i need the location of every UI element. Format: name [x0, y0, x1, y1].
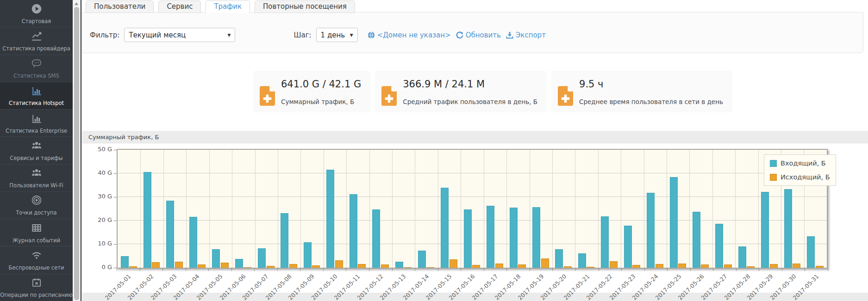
x-axis-tick — [644, 269, 645, 271]
filter-period-select[interactable]: Текущий месяц ▼ — [124, 28, 235, 42]
gridline — [209, 150, 210, 268]
step-select[interactable]: 1 день ▼ — [316, 28, 358, 42]
x-axis-tick — [300, 269, 300, 271]
chevron-down-icon: ▼ — [224, 33, 231, 37]
bar-incoming-2017-05-20 — [555, 249, 563, 268]
vertical-scrollbar[interactable] — [73, 0, 81, 301]
bar-incoming-2017-05-02 — [144, 172, 151, 268]
filter-period-value: Текущий месяц — [129, 31, 186, 39]
x-axis-tick — [162, 269, 163, 271]
sidebar-item-enterprise-stats[interactable]: Статистика Enterprise — [0, 109, 73, 136]
calendar-x-icon — [30, 276, 44, 289]
gridline — [278, 150, 278, 268]
sidebar-item-wifi-users[interactable]: Пользователи Wi-Fi — [0, 164, 73, 191]
bar-incoming-2017-05-17 — [487, 206, 494, 268]
sidebar-item-label: Сервисы и тарифы — [10, 155, 62, 161]
y-axis-label: 0 G — [93, 264, 112, 270]
gridline — [484, 150, 484, 268]
sidebar-item-label: Статистика SMS — [13, 73, 59, 79]
card-total-traffic: 641.0 G / 42.1 G Суммарный трафик, Б — [253, 71, 370, 112]
bar-outgoing-2017-05-14 — [426, 267, 434, 268]
export-link[interactable]: Экспорт — [506, 31, 546, 39]
gridline — [324, 150, 324, 268]
bar-outgoing-2017-05-23 — [632, 265, 640, 268]
y-axis-label: 20 G — [93, 216, 112, 223]
bar-incoming-2017-05-29 — [761, 192, 769, 268]
bar-outgoing-2017-05-29 — [770, 264, 778, 268]
bar-outgoing-2017-05-10 — [335, 260, 343, 268]
card-value: 366.9 M / 24.1 M — [403, 78, 537, 90]
x-axis-tick — [575, 269, 576, 271]
users-icon — [30, 140, 44, 152]
gridline — [415, 150, 415, 268]
filter-label: Фильтр: — [90, 31, 119, 39]
incoming-swatch — [770, 160, 777, 167]
play-icon — [30, 3, 44, 15]
sidebar-item-label: Журнал событий — [12, 237, 60, 244]
card-average-time: 9.5 ч Среднее время пользователя в сети … — [551, 71, 732, 112]
bar-incoming-2017-05-25 — [670, 177, 678, 268]
card-caption: Средний трафик пользователя в день, Б — [403, 98, 537, 105]
scroll-up-arrow-icon[interactable] — [75, 2, 78, 5]
bar-outgoing-2017-05-08 — [289, 264, 297, 268]
y-axis-label: 30 G — [93, 193, 112, 200]
gridline — [644, 150, 644, 268]
legend-item-incoming: Входящий, Б — [770, 160, 830, 167]
gridline — [575, 150, 575, 268]
tab-users[interactable]: Пользователи — [86, 0, 154, 13]
gridline — [118, 173, 827, 173]
gridline — [712, 150, 713, 268]
sidebar-item-start[interactable]: Стартовая — [0, 0, 73, 27]
gridline — [255, 150, 256, 268]
gridline — [438, 150, 438, 268]
sidebar-item-services-tariffs[interactable]: Сервисы и тарифы — [0, 136, 73, 164]
bar-outgoing-2017-05-15 — [450, 259, 457, 268]
sidebar-item-scheduled-operations[interactable]: Операции по расписанию — [0, 274, 73, 301]
sidebar-item-hotspot-stats[interactable]: Статистика Hotspot — [0, 82, 73, 109]
x-axis-tick — [690, 269, 691, 271]
sidebar-item-access-points[interactable]: Точки доступа — [0, 191, 73, 219]
y-axis-tick — [113, 221, 117, 221]
gridline — [506, 150, 507, 268]
x-axis-tick — [805, 269, 805, 271]
scrollbar-thumb[interactable] — [74, 7, 79, 300]
bar-outgoing-2017-05-22 — [610, 261, 618, 268]
bar-incoming-2017-05-14 — [418, 251, 426, 268]
file-plus-icon — [558, 86, 573, 106]
refresh-link[interactable]: Обновить — [456, 31, 501, 39]
outgoing-swatch — [770, 174, 777, 181]
gridline — [621, 150, 621, 268]
y-axis-label: 10 G — [93, 240, 112, 247]
table-icon — [30, 222, 44, 234]
bar-incoming-2017-05-19 — [532, 207, 540, 268]
tab-traffic[interactable]: Трафик — [206, 0, 250, 13]
sidebar-item-event-log[interactable]: Журнал событий — [0, 219, 73, 246]
bar-incoming-2017-05-27 — [715, 224, 723, 268]
tab-service[interactable]: Сервис — [158, 0, 201, 13]
x-axis-tick — [323, 269, 324, 271]
x-axis-tick — [713, 269, 713, 271]
x-axis-tick — [667, 269, 668, 271]
sidebar-item-provider-stats[interactable]: Статистика провайдера — [0, 27, 73, 54]
tab-repeat-visits[interactable]: Повторные посещения — [255, 0, 355, 13]
y-axis-tick — [113, 173, 117, 174]
sidebar-item-label: Статистика Enterprise — [6, 128, 67, 134]
refresh-link-label: Обновить — [466, 31, 501, 39]
domain-link[interactable]: <Домен не указан> — [368, 31, 451, 39]
x-axis-tick — [506, 269, 507, 271]
x-axis-tick — [254, 269, 255, 271]
sms-chat-icon — [30, 57, 44, 69]
sidebar-item-wireless-networks[interactable]: Беспроводные сети — [0, 246, 73, 273]
bar-incoming-2017-05-06 — [235, 259, 243, 268]
legend-label: Входящий, Б — [781, 160, 826, 167]
file-plus-icon — [381, 86, 397, 106]
filter-panel: Фильтр: Текущий месяц ▼ Шаг: 1 день ▼ <Д… — [82, 12, 863, 53]
sidebar-item-sms-stats[interactable]: Статистика SMS — [0, 55, 73, 82]
sidebar-item-label: Точки доступа — [16, 209, 56, 216]
gridline — [163, 150, 164, 268]
bar-incoming-2017-05-22 — [601, 216, 609, 268]
bar-incoming-2017-05-11 — [350, 194, 357, 268]
bar-outgoing-2017-05-09 — [312, 265, 320, 268]
bar-chart-icon — [30, 112, 44, 124]
bar-incoming-2017-05-05 — [212, 249, 220, 268]
